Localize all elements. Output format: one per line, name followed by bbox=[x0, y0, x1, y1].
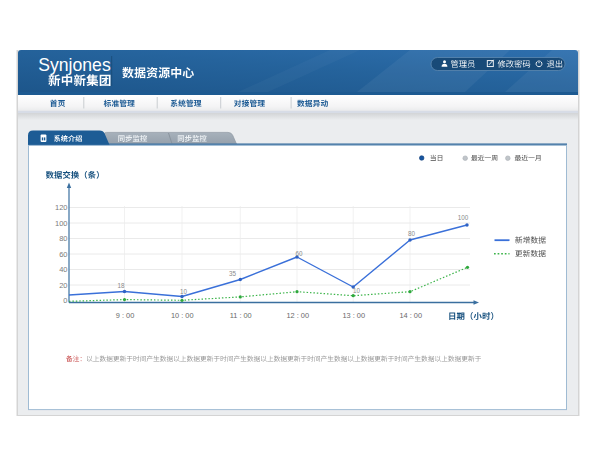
svg-text:40: 40 bbox=[59, 265, 67, 274]
svg-text:10: 10 bbox=[180, 288, 188, 295]
svg-text:10 : 00: 10 : 00 bbox=[171, 311, 194, 320]
svg-text:11 : 00: 11 : 00 bbox=[230, 311, 252, 320]
svg-text:9 : 00: 9 : 00 bbox=[116, 311, 135, 320]
svg-text:18: 18 bbox=[117, 282, 125, 289]
svg-text:80: 80 bbox=[408, 230, 416, 237]
svg-text:20: 20 bbox=[59, 281, 67, 290]
svg-text:Synjones: Synjones bbox=[38, 55, 111, 75]
svg-text:120: 120 bbox=[55, 203, 68, 212]
svg-text:10: 10 bbox=[353, 287, 361, 294]
svg-text:35: 35 bbox=[229, 270, 237, 277]
svg-text:100: 100 bbox=[55, 219, 68, 228]
svg-text:60: 60 bbox=[295, 250, 303, 257]
svg-text:14 : 00: 14 : 00 bbox=[399, 311, 422, 320]
svg-text:60: 60 bbox=[59, 250, 67, 259]
svg-text:100: 100 bbox=[458, 214, 469, 221]
svg-text:13 : 00: 13 : 00 bbox=[342, 311, 365, 320]
svg-text:80: 80 bbox=[59, 234, 67, 243]
svg-text:12 : 00: 12 : 00 bbox=[286, 311, 309, 320]
svg-text:0: 0 bbox=[63, 296, 67, 305]
